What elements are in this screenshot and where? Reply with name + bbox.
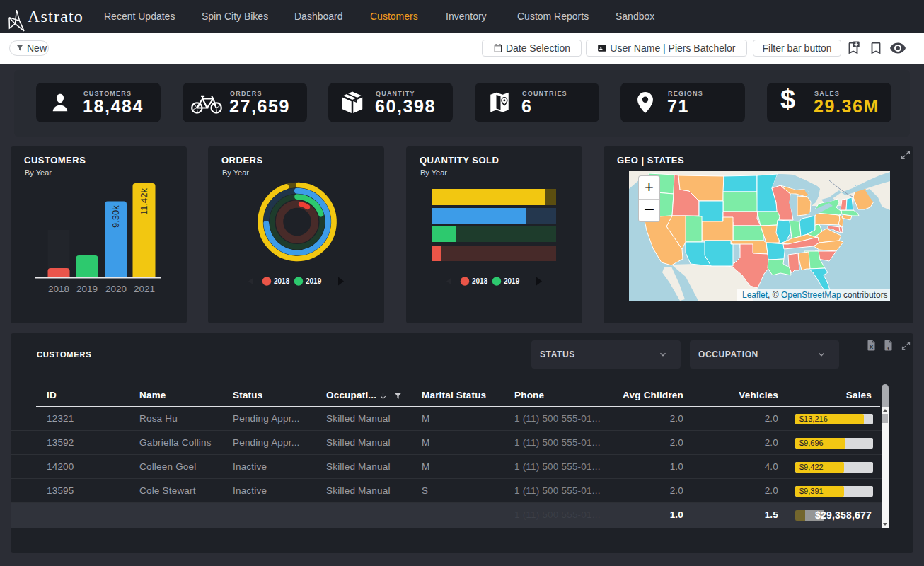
svg-text:2019: 2019 [76, 284, 98, 294]
svg-text:2018: 2018 [472, 277, 488, 285]
svg-text:2020: 2020 [105, 284, 127, 294]
svg-text:2019: 2019 [306, 277, 322, 285]
svg-text:Leaflet, © OpenStreetMap contr: Leaflet, © OpenStreetMap contributors [742, 290, 888, 300]
svg-text:2019: 2019 [504, 277, 520, 285]
svg-text:2018: 2018 [274, 277, 290, 285]
svg-text:2018: 2018 [48, 284, 69, 294]
svg-text:X: X [870, 344, 874, 350]
svg-text:11.42k: 11.42k [139, 187, 149, 215]
svg-text:,: , [887, 342, 889, 350]
svg-text:2021: 2021 [134, 284, 155, 294]
svg-text:9.30k: 9.30k [110, 205, 121, 228]
